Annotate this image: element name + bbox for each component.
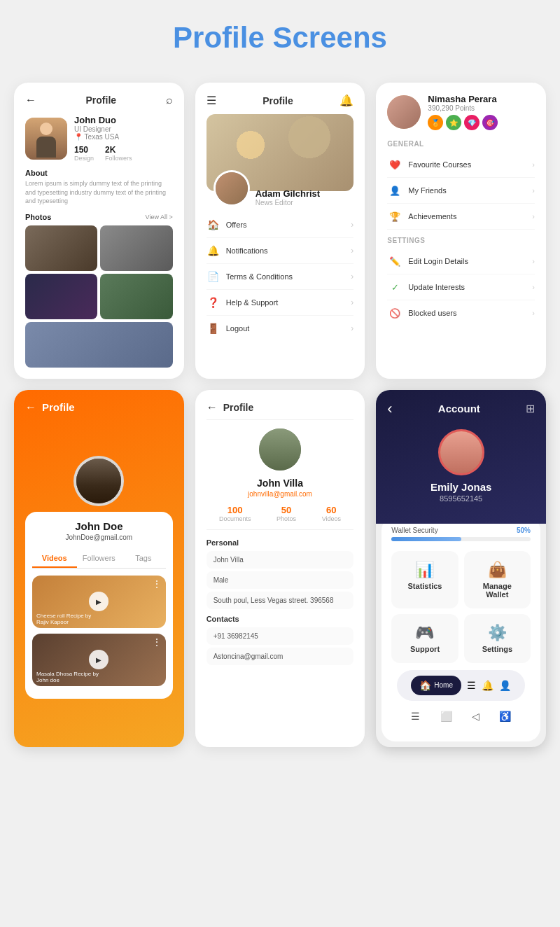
s6-nav-list-icon[interactable]: ☰ [467,680,476,691]
screen-nimasha: Nimasha Perara 390,290 Points 🏅 ⭐ 💎 🎯 GE… [376,83,546,379]
s3-general-title: GENERAL [387,140,535,148]
s5-avatar-center [206,428,354,471]
s3-item-update-interests[interactable]: ✓Update Interests › [387,274,535,300]
s1-back-button[interactable]: ← [25,94,36,106]
s1-view-all[interactable]: View All > [146,214,173,221]
s2-offers-chevron: › [351,220,354,230]
s3-item-achievements[interactable]: 🏆Achievements › [387,204,535,230]
s2-terms-icon: 📄 [206,270,220,284]
s6-wallet-security-label: Wallet Security [391,527,438,534]
s2-user-name: Adam Gilchrist [255,188,320,199]
s6-tile-settings[interactable]: ⚙️ Settings [464,614,531,663]
s6-tiles-grid: 📊 Statistics 👜 Manage Wallet 🎮 Support ⚙… [391,551,531,663]
s4-user-name: John Doe [32,520,166,532]
s2-header: ☰ Profile 🔔 [206,94,354,107]
s6-statistics-label: Statistics [398,582,451,590]
s2-menu-list: 🏠Offers › 🔔Notifications › 📄Terms & Cond… [206,212,354,341]
s5-field-email: Astoncina@gmail.com [206,648,354,665]
s1-header: ← Profile ⌕ [25,94,173,106]
s5-contacts-section: Contacts +91 36982145 Astoncina@gmail.co… [206,615,354,665]
s4-tabs: Videos Followers Tags [32,550,166,569]
s2-terms-chevron: › [351,272,354,281]
s2-bell-icon[interactable]: 🔔 [340,94,354,107]
s6-nav-home[interactable]: 🏠 Home [411,676,461,695]
s2-menu-offers[interactable]: 🏠Offers › [206,212,354,238]
s1-photos-grid [25,225,173,319]
s3-item-friends[interactable]: 👤My Friends › [387,178,535,204]
s6-wallet-label: Manage Wallet [471,582,524,599]
s1-search-icon[interactable]: ⌕ [166,94,173,106]
s3-badge-1: 🏅 [428,115,443,130]
s3-achievements-chevron: › [532,212,535,221]
s4-video-1[interactable]: Cheese roll Recipe byRajiv Kapoor ▶ ⋮ [32,576,166,628]
s6-nav-bell-icon[interactable]: 🔔 [482,680,493,691]
s3-item-favourite[interactable]: ❤️Favourite Courses › [387,152,535,178]
s1-photos-header: Photos View All > [25,213,173,221]
s4-play-button-1[interactable]: ▶ [89,592,108,611]
s2-menu-notifications[interactable]: 🔔Notifications › [206,238,354,264]
s3-top: Nimasha Perara 390,290 Points 🏅 ⭐ 💎 🎯 [387,94,535,130]
s2-menu-icon[interactable]: ☰ [206,94,216,107]
s1-photo-3[interactable] [25,274,97,319]
s6-back-button[interactable]: ‹ [387,400,392,418]
s6-wallet-icon: 👜 [471,561,524,579]
s1-photo-2[interactable] [100,225,172,271]
s6-android-back[interactable]: ◁ [472,711,479,722]
s6-android-menu[interactable]: ☰ [411,711,420,722]
s6-tile-wallet[interactable]: 👜 Manage Wallet [464,551,531,608]
s1-stat-design: 150 Design [74,145,94,162]
s1-about-text: Lorem ipsum is simply dummy text of the … [25,179,173,206]
s6-tile-support[interactable]: 🎮 Support [391,614,458,663]
s3-badge-2: ⭐ [446,115,461,130]
s4-avatar [74,456,124,506]
s3-user-points: 390,290 Points [428,104,498,112]
s5-user-email: johnvilla@gmail.com [206,490,354,498]
s4-video-1-menu[interactable]: ⋮ [152,578,162,590]
s2-logout-chevron: › [351,323,354,333]
s2-menu-help[interactable]: ❓Help & Support › [206,290,354,316]
s6-avatar-center [387,429,535,475]
s4-tab-videos[interactable]: Videos [32,550,77,568]
s2-notifications-icon: 🔔 [206,244,220,258]
s3-interests-icon: ✓ [387,279,402,295]
s4-video-2-title: Masala Dhosa Recipe byJohn doe [36,671,99,683]
s5-back-button[interactable]: ← [206,401,218,414]
s4-tab-tags[interactable]: Tags [121,550,166,568]
s6-grid-icon[interactable]: ⊞ [526,402,535,415]
s4-tab-followers[interactable]: Followers [77,550,122,568]
s6-android-accessibility[interactable]: ♿ [499,711,511,722]
s3-item-blocked[interactable]: 🚫Blocked users › [387,300,535,326]
s1-photo-4[interactable] [100,274,172,319]
s6-android-home[interactable]: ⬜ [440,711,452,722]
s4-video-1-title: Cheese roll Recipe byRajiv Kapoor [36,613,91,625]
s5-header: ← Profile [206,401,354,420]
s5-stat-docs: 100 Documents [219,505,251,522]
s6-bottom: Wallet Security 50% 📊 Statistics 👜 Manag… [382,517,540,741]
s4-back-button[interactable]: ← [25,401,36,414]
s4-play-button-2[interactable]: ▶ [89,650,108,669]
screen-emily-jonas: ‹ Account ⊞ Emily Jonas 8595652145 Walle… [376,390,546,747]
s3-interests-chevron: › [532,283,535,291]
s5-user-name: John Villa [206,478,354,489]
s6-nav-user-icon[interactable]: 👤 [499,680,511,691]
s4-video-2-menu[interactable]: ⋮ [152,636,162,648]
screen-adam-gilchrist: ☰ Profile 🔔 Adam Gilchrist News Editor 🏠… [195,83,365,379]
s1-photo-5[interactable] [25,322,173,368]
s2-menu-terms[interactable]: 📄Terms & Conditions › [206,264,354,290]
s1-photo-1[interactable] [25,225,97,271]
screen-john-duo: ← Profile ⌕ John Duo UI Designer 📍 Texas… [14,83,184,379]
s6-tile-statistics[interactable]: 📊 Statistics [391,551,458,608]
s5-avatar [259,428,301,471]
s2-menu-logout[interactable]: 🚪Logout › [206,316,354,341]
s4-video-2[interactable]: Masala Dhosa Recipe byJohn doe ▶ ⋮ [32,634,166,686]
s3-achievements-icon: 🏆 [387,209,402,224]
s3-user-name: Nimasha Perara [428,94,498,104]
s6-progress-bar [391,537,531,541]
s6-settings-label: Settings [471,645,524,653]
s2-help-chevron: › [351,298,354,307]
s5-field-name: John Villa [206,551,354,569]
s5-stat-videos: 60 Videos [322,505,341,522]
s3-favourite-icon: ❤️ [387,157,402,172]
s5-stat-photos: 50 Photos [276,505,296,522]
s3-item-edit-login[interactable]: ✏️Edit Login Details › [387,249,535,274]
